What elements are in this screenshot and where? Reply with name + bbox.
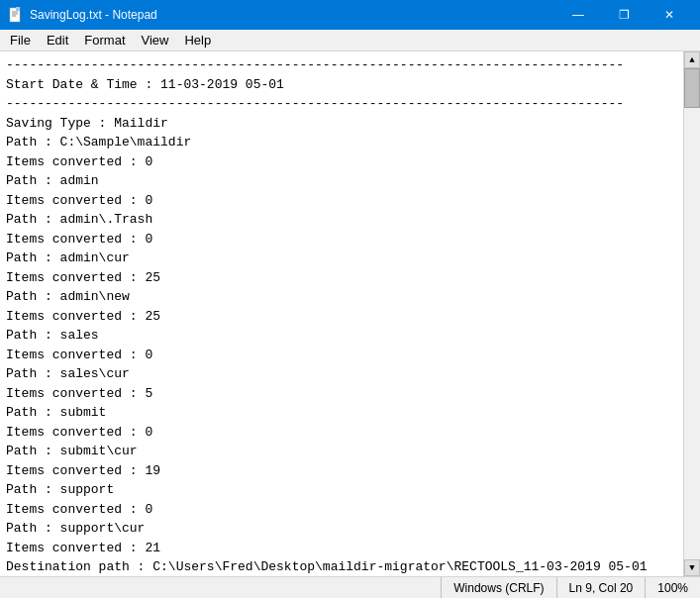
menu-format[interactable]: Format [76, 30, 133, 50]
menu-file[interactable]: File [2, 30, 39, 50]
scroll-up-button[interactable]: ▲ [684, 51, 700, 68]
app-icon [8, 7, 24, 23]
window-title: SavingLog.txt - Notepad [30, 8, 555, 22]
restore-button[interactable]: ❐ [601, 0, 647, 30]
status-encoding: Windows (CRLF) [441, 577, 555, 598]
scroll-thumb[interactable] [684, 68, 700, 108]
menu-bar: File Edit Format View Help [0, 30, 700, 51]
scrollbar[interactable]: ▲ ▼ [683, 51, 700, 576]
text-content[interactable]: ----------------------------------------… [0, 51, 683, 576]
close-button[interactable]: ✕ [647, 0, 692, 30]
status-position: Ln 9, Col 20 [556, 577, 646, 598]
scroll-track[interactable] [684, 68, 700, 559]
menu-view[interactable]: View [134, 30, 177, 50]
window-controls: — ❐ ✕ [555, 0, 692, 30]
status-bar: Windows (CRLF) Ln 9, Col 20 100% [0, 576, 700, 598]
svg-rect-1 [16, 7, 20, 11]
content-area: ----------------------------------------… [0, 51, 700, 576]
menu-help[interactable]: Help [176, 30, 219, 50]
status-zoom: 100% [645, 577, 700, 598]
minimize-button[interactable]: — [555, 0, 601, 30]
scroll-down-button[interactable]: ▼ [684, 559, 700, 576]
title-bar: SavingLog.txt - Notepad — ❐ ✕ [0, 0, 700, 30]
menu-edit[interactable]: Edit [39, 30, 76, 50]
